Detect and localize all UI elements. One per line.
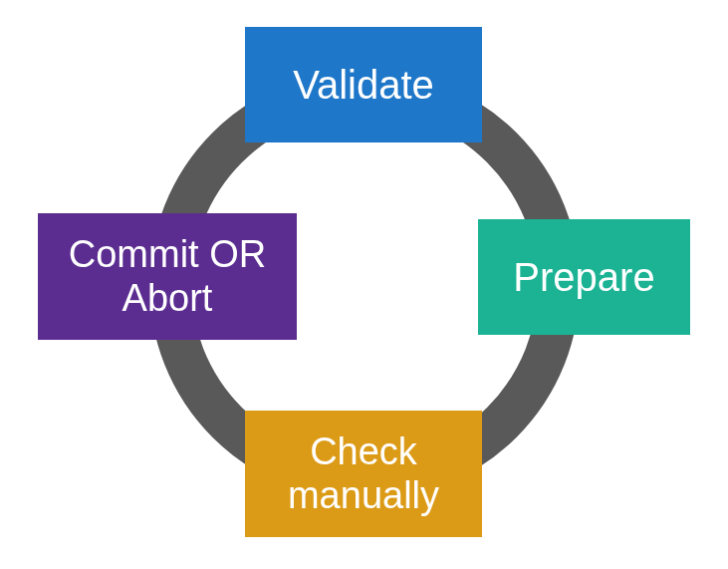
step-label: Prepare [513, 254, 654, 300]
step-validate: Validate [245, 27, 482, 142]
step-prepare: Prepare [478, 219, 690, 335]
step-label: Validate [293, 62, 434, 108]
step-label: Commit ORAbort [69, 233, 266, 320]
process-cycle-diagram: Validate Prepare Checkmanually Commit OR… [0, 0, 728, 569]
step-commit: Commit ORAbort [38, 213, 297, 340]
step-check: Checkmanually [245, 411, 482, 537]
step-label: Checkmanually [288, 430, 439, 517]
